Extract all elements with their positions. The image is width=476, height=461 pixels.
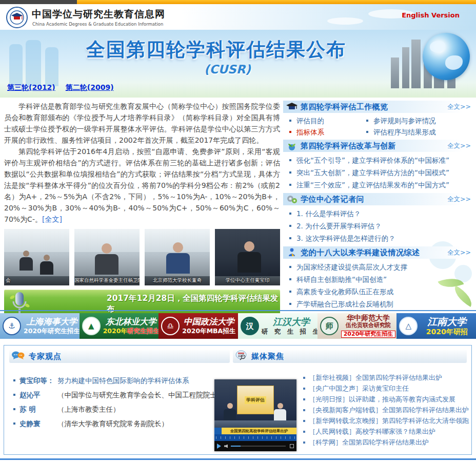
sidebar-item[interactable]: 为国家经济建设提供高层次人才支撑 bbox=[283, 261, 472, 273]
photo-scene bbox=[4, 229, 69, 252]
ad-tagline: 研究生招生 bbox=[127, 327, 158, 335]
news-video-player[interactable]: 学科评估 全国第四轮高校学科评估结果出炉 bbox=[214, 379, 296, 451]
sidebar-item[interactable]: 注重“三个效应”，建立评估结果发布的“中国方式” bbox=[283, 179, 472, 191]
section-title: 第四轮学科评估改革与创新 bbox=[301, 141, 396, 151]
photo-row: 会 国家自然科学基金委主任杨卫院士 北京师范大学校长董奇 学位中心主任黄宝印 bbox=[4, 229, 280, 285]
round-links: 第三轮(2012) 第二轮(2009) bbox=[7, 83, 114, 92]
news-anchor-female bbox=[274, 403, 286, 420]
sidebar-item-indicator-system[interactable]: 指标体系 bbox=[283, 126, 360, 138]
media-item[interactable]: ［央广中国之声］采访黄宝印主任 bbox=[303, 383, 467, 394]
graduation-cap-icon bbox=[285, 101, 299, 112]
section-qa-header: 学位中心答记者问 全文>> bbox=[283, 193, 472, 205]
media-item[interactable]: ［新华社视频］全国第四轮学科评估结果出炉 bbox=[303, 372, 467, 383]
announcement-line1: 2017年12月28日，全国第四轮学科评估结果发布 bbox=[107, 293, 280, 315]
video-studio-panel: 学科评估 bbox=[237, 386, 274, 414]
expert-desc: 努力构建中国特色国际影响的学科评估体系 bbox=[57, 376, 189, 385]
ad-china-univ-political-science-law[interactable]: ♎ 中国政法大学2020年MBA招生 bbox=[158, 313, 238, 339]
photo-speaker-dongqi: 北京师范大学校长董奇 bbox=[145, 229, 210, 285]
article-fulltext-link[interactable]: [全文] bbox=[42, 215, 62, 223]
video-screen-text: 学科评估 bbox=[245, 396, 266, 404]
university-emblem-icon: ♎ bbox=[161, 317, 180, 335]
fullscreen-icon[interactable] bbox=[290, 444, 294, 448]
expert-desc: （中国学位与研究生教育学会会长、中国工程院院士） bbox=[57, 391, 224, 399]
photo-scene bbox=[95, 243, 118, 275]
people-silhouette bbox=[9, 44, 23, 85]
photo-scene bbox=[237, 241, 261, 273]
ad-institute-name: 伍伦贡联合研究院 bbox=[341, 322, 396, 329]
media-item[interactable]: ［新华网转载北京晚报］第四轮学科评估北大清华领跑 bbox=[303, 415, 467, 426]
site-logo bbox=[6, 7, 28, 28]
expert-item[interactable]: 赵沁平（中国学位与研究生教育学会会长、中国工程院院士） bbox=[12, 388, 213, 402]
sidebar-item[interactable]: 强化“五个引导”，建立学科评价体系的“中国标准” bbox=[283, 154, 472, 166]
sidebar-item[interactable]: 2. 为什么要开展学科评估？ bbox=[283, 220, 472, 232]
sidebar-item[interactable]: 1. 什么是学科评估？ bbox=[283, 207, 472, 220]
experts-header: 专家观点 bbox=[9, 350, 230, 363]
link-round3-2012[interactable]: 第三轮(2012) bbox=[7, 83, 55, 92]
fulltext-link[interactable]: 全文>> bbox=[447, 103, 472, 111]
sidebar-item[interactable]: 高素质专业化教师队伍正在形成 bbox=[283, 285, 472, 298]
volume-icon[interactable] bbox=[224, 445, 228, 448]
sidebar-item-procedure[interactable]: 评估程序与结果形成 bbox=[360, 126, 472, 138]
section-reform-list: 强化“五个引导”，建立学科评价体系的“中国标准” 突出“五大创新”，建立学科评估… bbox=[283, 154, 472, 191]
main-banner: 全国第四轮学科评估结果公布 (CUSR) 第三轮(2012) 第二轮(2009) bbox=[0, 30, 476, 98]
fulltext-link[interactable]: 全文>> bbox=[447, 248, 472, 257]
video-screen: 学科评估 全国第四轮高校学科评估结果出炉 bbox=[214, 379, 296, 441]
footer-line bbox=[0, 458, 476, 460]
expert-item[interactable]: 黄宝印等：努力构建中国特色国际影响的学科评估体系 bbox=[12, 373, 213, 388]
ad-jiangnan-university[interactable]: △ 江南大学2020年研招 bbox=[396, 313, 476, 339]
expert-item[interactable]: 苏 明（上海市教委主任） bbox=[12, 402, 213, 416]
topbar-dark bbox=[0, 0, 77, 4]
media-item[interactable]: ［科学网］全国第四轮学科评估结果出炉 bbox=[303, 437, 467, 448]
sidebar-item[interactable]: 科研自主创新助推“中国创造” bbox=[283, 273, 472, 285]
expert-item[interactable]: 史静寰（清华大学教育研究院常务副院长） bbox=[12, 416, 213, 431]
ad-shanghai-maritime[interactable]: ⚓ 上海海事大学2020年研究生招生 bbox=[0, 313, 80, 339]
ad-ccnu-wollongong[interactable]: 师 华中师范大学伍伦贡联合研究院2020年研究生招生 bbox=[318, 313, 397, 339]
photo-scene bbox=[166, 242, 190, 274]
university-emblem-icon: 师 bbox=[320, 317, 339, 335]
caption-tag bbox=[214, 428, 222, 434]
news-magnifier-icon bbox=[235, 350, 247, 362]
photo-speaker-huangbaoyin: 学位中心主任黄宝印 bbox=[215, 229, 280, 285]
person-icon bbox=[285, 247, 299, 258]
section-reform: 第四轮学科评估改革与创新 全文>> 强化“五个引导”，建立学科评价体系的“中国标… bbox=[283, 140, 472, 191]
university-emblem-icon: ▲ bbox=[82, 317, 101, 335]
expert-name: 史静寰 bbox=[19, 416, 57, 431]
fulltext-link[interactable]: 全文>> bbox=[447, 142, 472, 150]
university-emblem-icon: ⚓ bbox=[3, 317, 21, 335]
sidebar-item[interactable]: 突出“五大创新”，建立学科评估方法的“中国模式” bbox=[283, 166, 472, 179]
globe-graphic bbox=[423, 33, 470, 80]
progress-bar[interactable] bbox=[231, 446, 286, 447]
sidebar-item[interactable]: 3. 这次学科评估是怎样进行的？ bbox=[283, 232, 472, 244]
section-overview-list: 评估目的 参评规则与参评情况 指标体系 评估程序与结果形成 bbox=[283, 115, 472, 138]
ad-university-name: 江汉大学 bbox=[262, 317, 318, 327]
play-button[interactable] bbox=[217, 444, 221, 449]
photo-caption: 国家自然科学基金委主任杨卫院士 bbox=[74, 277, 140, 284]
expert-name: 苏 明 bbox=[19, 402, 57, 416]
media-title: 媒体聚焦 bbox=[251, 352, 284, 361]
ad-university-name: 上海海事大学 bbox=[24, 317, 80, 326]
media-item[interactable]: ［央视新闻客户端转载］全国第四轮学科评估结果出炉 bbox=[303, 405, 467, 415]
section-summary-list: 为国家经济建设提供高层次人才支撑 科研自主创新助推“中国创造” 高素质专业化教师… bbox=[283, 261, 472, 310]
sidebar-item[interactable]: 产学研融合已形成社会反哺机制 bbox=[283, 298, 472, 310]
media-header: 媒体聚焦 bbox=[233, 350, 467, 363]
english-version-link[interactable]: English Version bbox=[402, 11, 460, 19]
fulltext-link[interactable]: 全文>> bbox=[447, 195, 472, 204]
topbar-orange bbox=[77, 0, 476, 4]
ad-tagline: 2020年MBA招生 bbox=[182, 328, 235, 335]
sidebar-item-purpose[interactable]: 评估目的 bbox=[283, 115, 360, 126]
studio-desk bbox=[214, 420, 296, 428]
ad-northeast-forestry[interactable]: ▲ 东北林业大学2020年研究生招生 bbox=[80, 313, 159, 339]
photo-scene bbox=[40, 255, 53, 275]
sidebar-item-rules[interactable]: 参评规则与参评情况 bbox=[360, 115, 472, 126]
link-round2-2009[interactable]: 第二轮(2009) bbox=[66, 83, 114, 92]
ad-jianghan-university[interactable]: 汉 江汉大学研 究 生 招 生 bbox=[238, 313, 318, 339]
people-silhouette bbox=[26, 40, 41, 86]
graduation-cap-logo-icon bbox=[9, 10, 25, 25]
media-item[interactable]: ［人民网转载］高校学科哪家强？结果出炉 bbox=[303, 426, 467, 437]
media-item[interactable]: ［光明日报］以评助建，推动高等教育内涵式发展 bbox=[303, 394, 467, 405]
expert-list: 黄宝印等：努力构建中国特色国际影响的学科评估体系 赵沁平（中国学位与研究生教育学… bbox=[12, 373, 213, 431]
article-paragraph-1: 学科评估是教育部学位与研究生教育发展中心（简称学位中心）按照国务院学位委员会和教… bbox=[4, 101, 280, 146]
photo-caption: 学位中心主任黄宝印 bbox=[215, 277, 280, 284]
video-caption: 全国第四轮高校学科评估结果出炉 bbox=[222, 429, 296, 434]
section-summary: 党的十八大以来学科建设情况综述 全文>> 为国家经济建设提供高层次人才支撑 科研… bbox=[283, 246, 472, 310]
